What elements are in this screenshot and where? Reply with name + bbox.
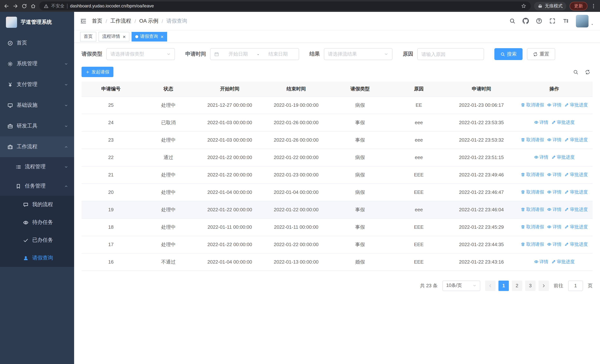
leave-type-select[interactable]: 请选择请假类型	[106, 48, 175, 60]
detail-action[interactable]: 详情	[547, 206, 562, 213]
approval-progress-action[interactable]: 审批进度	[564, 137, 588, 143]
font-size-icon[interactable]	[562, 18, 569, 24]
leave-type-label: 请假类型	[82, 51, 102, 57]
detail-action[interactable]: 详情	[547, 241, 562, 248]
detail-action[interactable]: 详情	[547, 137, 562, 143]
toggle-search-icon[interactable]	[573, 69, 579, 75]
user-avatar[interactable]	[576, 15, 594, 27]
page-button-2[interactable]: 2	[512, 280, 522, 291]
breadcrumb-item[interactable]: OA 示例	[139, 18, 159, 24]
detail-action[interactable]: 详情	[547, 172, 562, 178]
sidebar-item-dev-tools[interactable]: 研发工具	[0, 116, 74, 136]
github-icon[interactable]	[523, 18, 529, 24]
browser-home-icon[interactable]	[30, 3, 36, 9]
update-button[interactable]: 更新	[570, 2, 587, 10]
approval-progress-action[interactable]: 审批进度	[551, 119, 575, 126]
page-button-1[interactable]: 1	[498, 280, 509, 291]
result-select[interactable]: 请选择流结果	[324, 48, 393, 60]
chevron-down-icon	[64, 83, 68, 86]
bookmark-star-icon[interactable]	[521, 3, 526, 9]
breadcrumb-item[interactable]: 首页	[92, 18, 102, 24]
cell-actions: 取消请假详情审批进度	[516, 184, 593, 201]
table-row: 22通过2022-01-22 00:00:002022-01-22 00:00:…	[82, 149, 593, 166]
approval-progress-action[interactable]: 审批进度	[564, 206, 588, 213]
cell-apply-time: 2022-01-22 23:46:04	[447, 201, 516, 218]
sidebar-collapse-icon[interactable]	[80, 18, 87, 24]
detail-action[interactable]: 详情	[534, 119, 548, 126]
chevron-down-icon	[64, 62, 68, 66]
approval-progress-action[interactable]: 审批进度	[564, 189, 588, 195]
end-date-placeholder[interactable]: 结束日期	[261, 51, 295, 57]
approval-progress-action[interactable]: 审批进度	[564, 224, 588, 230]
prev-page-button[interactable]	[485, 280, 496, 291]
column-header: 申请编号	[82, 82, 140, 96]
sidebar-item-my-process[interactable]: 我的流程	[0, 196, 74, 214]
approval-progress-action[interactable]: 审批进度	[551, 259, 575, 265]
trash-icon	[521, 207, 525, 212]
detail-action[interactable]: 详情	[547, 224, 562, 230]
cancel-leave-action[interactable]: 取消请假	[521, 189, 544, 195]
detail-action[interactable]: 详情	[534, 154, 548, 160]
address-divider	[67, 3, 67, 8]
sidebar-item-task-management[interactable]: 任务管理	[0, 177, 74, 196]
reason-input[interactable]	[421, 51, 480, 57]
address-bar[interactable]: 不安全 dashboard.yudao.iocoder.cn/bpm/oa/le…	[39, 1, 531, 10]
reason-label: 原因	[403, 51, 413, 57]
create-leave-button[interactable]: 发起请假	[82, 67, 113, 77]
cancel-leave-action[interactable]: 取消请假	[521, 206, 544, 213]
sidebar-item-process-management[interactable]: 流程管理	[0, 157, 74, 177]
sidebar-item-leave-query[interactable]: 请假查询	[0, 249, 74, 267]
detail-action[interactable]: 详情	[547, 189, 562, 195]
url-text[interactable]: dashboard.yudao.iocoder.cn/bpm/oa/leave	[70, 3, 518, 9]
page-button-3[interactable]: 3	[525, 280, 535, 291]
breadcrumb-separator: /	[106, 18, 107, 24]
fullscreen-icon[interactable]	[549, 18, 555, 24]
reset-button[interactable]: 重置	[527, 48, 555, 60]
tab-leave-query[interactable]: 请假查询×	[131, 32, 167, 41]
detail-action[interactable]: 详情	[547, 102, 562, 108]
start-date-placeholder[interactable]: 开始日期	[221, 51, 255, 57]
search-button[interactable]: 搜索	[494, 48, 523, 60]
cancel-leave-action[interactable]: 取消请假	[521, 241, 544, 248]
sidebar-item-home[interactable]: 首页	[0, 33, 74, 53]
sidebar-item-todo-tasks[interactable]: 待办任务	[0, 214, 74, 231]
close-icon[interactable]: ×	[160, 34, 163, 39]
tab-home[interactable]: 首页	[80, 32, 96, 41]
cell-apply-time: 2022-01-22 23:46:47	[447, 184, 516, 201]
goto-page-input[interactable]	[568, 280, 583, 291]
sidebar-item-workflow[interactable]: 工作流程	[0, 136, 74, 157]
sidebar-item-done-tasks[interactable]: 已办任务	[0, 231, 74, 249]
detail-action[interactable]: 详情	[534, 259, 548, 265]
cancel-leave-action[interactable]: 取消请假	[521, 102, 544, 108]
search-icon[interactable]	[509, 18, 516, 24]
cell-apply-time: 2022-01-23 00:06:17	[447, 96, 516, 114]
approval-progress-action[interactable]: 审批进度	[564, 172, 588, 178]
approval-progress-action[interactable]: 审批进度	[564, 102, 588, 108]
breadcrumb-item[interactable]: 工作流程	[111, 18, 131, 24]
browser-menu-icon[interactable]	[591, 3, 596, 9]
sidebar-item-infrastructure[interactable]: 基础设施	[0, 95, 74, 116]
tab-process-detail[interactable]: 流程详情×	[99, 32, 129, 41]
cancel-leave-action[interactable]: 取消请假	[521, 224, 544, 230]
action-label: 取消请假	[526, 189, 544, 195]
refresh-table-icon[interactable]	[585, 69, 590, 75]
next-page-button[interactable]	[538, 280, 549, 291]
logo-avatar	[6, 17, 17, 28]
app-logo[interactable]: 芋道管理系统	[0, 12, 74, 33]
approval-progress-action[interactable]: 审批进度	[564, 241, 588, 248]
sidebar-item-system-management[interactable]: 系统管理	[0, 53, 74, 74]
page-size-select[interactable]: 10条/页	[442, 280, 480, 291]
cell-start-time: 2021-12-27 00:00:00	[197, 96, 263, 114]
cancel-leave-action[interactable]: 取消请假	[521, 172, 544, 178]
cancel-leave-action[interactable]: 取消请假	[521, 137, 544, 143]
close-icon[interactable]: ×	[123, 34, 126, 39]
eye-icon	[23, 220, 28, 225]
browser-forward-icon[interactable]	[13, 3, 18, 9]
sidebar-item-payment-management[interactable]: 支付管理	[0, 74, 74, 95]
browser-reload-icon[interactable]	[21, 3, 27, 9]
help-icon[interactable]	[536, 18, 542, 24]
cell-actions: 取消请假详情审批进度	[516, 131, 593, 149]
approval-progress-action[interactable]: 审批进度	[551, 154, 575, 160]
browser-back-icon[interactable]	[4, 3, 9, 9]
apply-time-range-picker[interactable]: 开始日期 - 结束日期	[210, 48, 299, 60]
